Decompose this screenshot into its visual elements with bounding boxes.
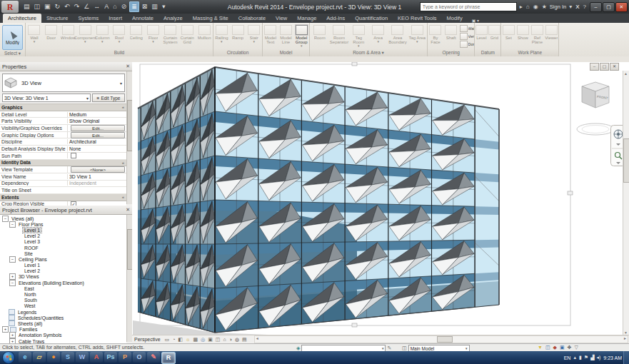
type-selector-caret-icon[interactable]: ▾ [120, 81, 124, 86]
project-browser-scrollbar[interactable] [126, 215, 132, 342]
search-go-icon[interactable]: ▸ [519, 4, 523, 10]
language-indicator[interactable]: EN [564, 355, 571, 360]
favorites-icon[interactable]: ★ [541, 4, 548, 10]
reveal-hidden-icon[interactable]: ◍ [233, 336, 241, 343]
shaft-button[interactable]: Shaft [443, 24, 459, 40]
tag-room-button[interactable]: Tag Room▾ [349, 24, 368, 47]
network-icon[interactable]: ▟ [590, 355, 594, 360]
graphic-display-options-edit-button[interactable]: Edit... [71, 132, 125, 138]
property-row[interactable]: Default Analysis Display StyleNone [0, 146, 126, 153]
property-row[interactable]: Parts VisibilityShow Original [0, 118, 126, 125]
tree-item-level-1[interactable]: Level 1 [0, 263, 126, 268]
circulation-panel-label[interactable]: Circulation [213, 49, 262, 56]
thin-lines-icon[interactable]: ≣ [129, 1, 139, 12]
ref-plane-button[interactable]: Ref Plane [530, 24, 544, 44]
clock[interactable]: 9:23 AM [603, 355, 622, 360]
redo-icon[interactable]: ↷ [73, 2, 81, 11]
model-group-button[interactable]: Model Group▾ [293, 24, 309, 47]
opening-panel-label[interactable]: Opening [428, 49, 474, 56]
project-browser-header[interactable]: Project Browser - Envelope project.rvt ✕ [0, 206, 132, 215]
tree-item-level-1[interactable]: Level 1 [0, 227, 126, 233]
collapse-node-icon[interactable]: − [2, 216, 9, 222]
ribbon-tab-analyze[interactable]: Analyze [158, 14, 188, 23]
tree-item-level-2[interactable]: Level 2 [0, 268, 126, 274]
tray-expand-icon[interactable]: ▴ [573, 355, 576, 360]
modify-button[interactable]: Modify [2, 25, 23, 50]
railing-button[interactable]: Railing▾ [213, 24, 230, 43]
ribbon-tab-modify[interactable]: Modify [442, 14, 468, 23]
tree-item-north[interactable]: North [0, 291, 126, 297]
communication-center-icon[interactable]: ◉ [533, 4, 539, 10]
view-close-icon[interactable]: ✕ [610, 63, 619, 71]
properties-scrollbar[interactable] [126, 71, 132, 204]
model-line-button[interactable]: Model Line [278, 24, 294, 44]
save-icon[interactable]: ▣ [43, 2, 52, 11]
wall-button[interactable]: Wall [459, 24, 475, 32]
taskbar-app-app-blue-s[interactable]: S [61, 352, 74, 363]
datum-panel-label[interactable]: Datum [475, 49, 500, 56]
curtain-system-button[interactable]: Curtain System [162, 24, 179, 44]
viewer-button[interactable]: Viewer [544, 24, 558, 40]
vertical-scrollbar[interactable]: ▲ ▼ [623, 71, 629, 335]
property-row[interactable]: Detail LevelMedium [0, 111, 126, 118]
undo-icon[interactable]: ↶ [63, 2, 71, 11]
horizontal-scrollbar[interactable]: ◄ ► [254, 335, 628, 343]
lock-3d-icon[interactable]: ⌂ [221, 336, 227, 343]
show-desktop-button[interactable] [623, 351, 629, 364]
mullion-button[interactable]: Mullion [196, 24, 213, 40]
help-icon[interactable]: ? [583, 4, 587, 10]
edit-type-button[interactable]: ≡ Edit Type [92, 93, 125, 102]
set-button[interactable]: Set [501, 24, 515, 40]
collapse-node-icon[interactable]: − [9, 256, 16, 263]
tree-item-views-all[interactable]: −Views (all) [0, 216, 126, 221]
view-minimize-icon[interactable]: – [590, 63, 599, 71]
tree-item-south[interactable]: South [0, 298, 126, 303]
filter-funnel-icon[interactable]: ▼ [538, 345, 543, 350]
taskbar-app-photoshop[interactable]: Ps [104, 352, 117, 363]
maximize-button[interactable]: ▢ [603, 2, 615, 12]
building-model-3d-view[interactable] [132, 62, 629, 343]
ribbon-tab-structure[interactable]: Structure [41, 14, 73, 23]
temporary-hide-isolate-icon[interactable]: ◑ [228, 336, 233, 343]
tree-item-level-2[interactable]: Level 2 [0, 233, 126, 239]
stair-button[interactable]: Stair▾ [246, 24, 262, 43]
taskbar-app-internet-explorer[interactable]: e [19, 352, 31, 363]
shadows-icon[interactable]: ▩ [191, 336, 199, 343]
ribbon-tab-annotate[interactable]: Annotate [127, 14, 158, 23]
text-icon[interactable]: A [103, 2, 110, 11]
ribbon-tab-collaborate[interactable]: Collaborate [233, 14, 271, 23]
property-row[interactable]: DependencyIndependent [0, 181, 126, 188]
section-icon[interactable]: ⊘ [120, 2, 129, 11]
start-button[interactable] [2, 351, 15, 364]
type-selector[interactable]: 3D View ▾ [2, 74, 125, 92]
tree-item-floor-plans[interactable]: −Floor Plans [0, 221, 126, 227]
scale-icon[interactable]: ▭ [163, 336, 171, 343]
design-options-icon[interactable]: ◫ [402, 345, 407, 351]
model-panel-label[interactable]: Model [263, 49, 309, 56]
tree-item-cable-trays[interactable]: +Cable Trays [0, 338, 126, 343]
ribbon-tab-manage[interactable]: Manage [292, 14, 321, 23]
battery-icon[interactable]: ▮ [579, 355, 582, 360]
view-scale-label[interactable]: Perspective [132, 337, 163, 342]
ribbon-tab-massing-site[interactable]: Massing & Site [188, 14, 233, 23]
ribbon-tab-keo-revit-tools[interactable]: KEO Revit Tools [393, 14, 441, 23]
ramp-button[interactable]: Ramp [230, 24, 246, 40]
view-restore-icon[interactable]: ▢ [600, 63, 609, 71]
visual-style-icon[interactable]: ◧ [176, 336, 184, 343]
sign-in-button[interactable]: Sign In [550, 4, 566, 10]
tree-item-annotation-symbols[interactable]: +Annotation Symbols [0, 333, 126, 338]
editable-only-icon[interactable]: ✎ [387, 345, 391, 351]
property-row[interactable]: View Name3D View 1 [0, 173, 126, 181]
worksets-icon[interactable]: ◈ [296, 345, 300, 351]
instance-selector[interactable]: 3D View: 3D View 1 ▾ [2, 93, 91, 102]
ribbon-state-toggle[interactable]: ▣ ▾ [468, 18, 483, 23]
vertical-button[interactable]: Vertical [459, 32, 475, 40]
grid-button[interactable]: Grid [488, 24, 500, 40]
tree-item-ceiling-plans[interactable]: −Ceiling Plans [0, 256, 126, 262]
tree-item-families[interactable]: +Families [0, 327, 126, 333]
new-icon[interactable]: ▤ [22, 2, 31, 11]
area-boundary-button[interactable]: Area Boundary [388, 24, 407, 44]
build-panel-label[interactable]: Build [26, 49, 213, 56]
visibility-graphics-overrides-edit-button[interactable]: Edit... [71, 125, 125, 131]
exchange-apps-icon[interactable]: X [575, 4, 580, 10]
